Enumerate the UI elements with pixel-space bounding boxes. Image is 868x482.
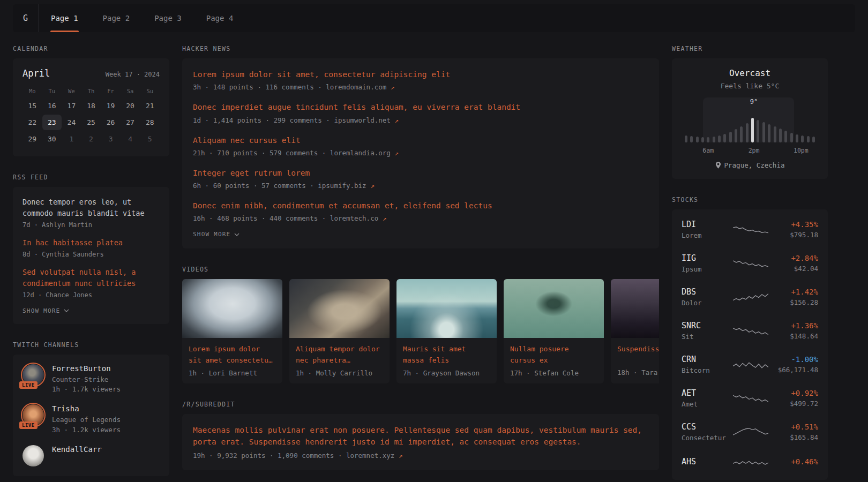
app-logo[interactable]: G	[13, 4, 39, 32]
stock-row[interactable]: AET Amet +0.92% $499.72	[682, 381, 818, 415]
tab-page-1[interactable]: Page 1	[39, 4, 91, 32]
video-card[interactable]: Mauris sit amet massa felis 7h · Grayson…	[396, 279, 497, 383]
stock-name: Sit	[682, 333, 733, 341]
weather-time-label: 10pm	[794, 147, 809, 154]
tab-page-4[interactable]: Page 4	[194, 4, 246, 32]
video-thumbnail	[611, 279, 659, 338]
rss-item: Donec tempor eros leo, ut commodo mauris…	[23, 197, 160, 229]
calendar-date: 18	[81, 98, 101, 114]
weather-bar	[701, 137, 704, 142]
rss-widget: RSS FEED Donec tempor eros leo, ut commo…	[13, 174, 169, 324]
chevron-down-icon	[64, 309, 69, 312]
weather-bar	[779, 129, 782, 142]
external-link-icon[interactable]: ↗	[383, 214, 387, 222]
video-card[interactable]: Nullam posuere cursus ex 17h · Stefan Co…	[504, 279, 604, 383]
external-link-icon[interactable]: ↗	[370, 182, 375, 190]
stock-row[interactable]: SNRC Sit +1.36% $148.64	[682, 314, 818, 348]
twitch-channel-row[interactable]: LIVE ForrestBurton Counter-Strike 1h · 1…	[23, 364, 160, 395]
video-card[interactable]: Suspendisse diam 18h · Tara	[611, 279, 659, 383]
rss-show-more-button[interactable]: SHOW MORE	[23, 307, 160, 314]
channel-game: Counter-Strike	[52, 375, 121, 385]
calendar-grid: Mo Tu We Th Fr Sa Su 15 16 17 18 19 20 2…	[23, 85, 160, 147]
subreddit-post-title[interactable]: Maecenas mollis pulvinar erat non posuer…	[193, 425, 648, 448]
stock-symbol: IIG	[682, 253, 733, 263]
weather-bar	[757, 120, 759, 142]
calendar-date-next-month: 3	[101, 131, 121, 147]
calendar-date: 25	[81, 115, 101, 130]
twitch-channel-row[interactable]: LIVE Trisha League of Legends 3h · 1.2k …	[23, 404, 160, 435]
rss-item-title[interactable]: Sed volutpat nulla nisl, a condimentum n…	[23, 267, 160, 289]
stocks-widget-title: STOCKS	[672, 196, 828, 204]
external-link-icon[interactable]: ↗	[391, 83, 395, 91]
hn-item-meta: 21h · 710 points · 579 comments · loreml…	[193, 149, 648, 157]
hn-item-meta-text: 1d · 1,414 points · 299 comments · ipsum…	[193, 116, 391, 124]
rss-item-title[interactable]: Donec tempor eros leo, ut commodo mauris…	[23, 197, 160, 219]
stock-symbol: CRN	[682, 355, 733, 364]
stock-price: $42.04	[769, 265, 818, 273]
calendar-card: April Week 17 · 2024 Mo Tu We Th Fr Sa S…	[13, 58, 169, 156]
location-pin-icon	[715, 162, 721, 169]
weather-bar	[696, 137, 699, 142]
weather-hourly-chart: 9°	[683, 97, 817, 142]
external-link-icon[interactable]: ↗	[399, 451, 403, 460]
video-meta: 1h · Molly Carrillo	[296, 369, 383, 377]
weather-bar	[723, 134, 726, 142]
hn-item-meta-text: 3h · 148 points · 116 comments · loremdo…	[193, 83, 386, 91]
stock-symbol: AET	[682, 388, 733, 398]
weather-card: Overcast Feels like 5°C 9° 6am 2pm 10pm …	[672, 58, 828, 179]
tab-page-2[interactable]: Page 2	[91, 4, 143, 32]
weather-bar	[685, 135, 687, 142]
weather-bar	[768, 124, 770, 142]
twitch-channel-row[interactable]: KendallCarr	[23, 445, 160, 466]
stock-price: $499.72	[769, 400, 818, 408]
stocks-card: LDI Lorem +4.35% $795.18 IIG Ipsum	[672, 209, 828, 480]
stock-row[interactable]: AHS +0.46%	[682, 449, 818, 477]
hn-item-title[interactable]: Donec imperdiet augue tincidunt felis al…	[193, 102, 648, 112]
stock-row[interactable]: LDI Lorem +4.35% $795.18	[682, 213, 818, 246]
page-content: CALENDAR April Week 17 · 2024 Mo Tu We T…	[13, 45, 828, 482]
channel-avatar	[23, 445, 44, 466]
hn-item-title[interactable]: Donec enim nibh, condimentum et accumsan…	[193, 200, 648, 211]
stock-row[interactable]: IIG Ipsum +2.84% $42.04	[682, 246, 818, 280]
tab-page-3[interactable]: Page 3	[142, 4, 194, 32]
stock-change: +4.35%	[769, 220, 818, 229]
calendar-date: 16	[42, 98, 62, 114]
subreddit-widget: /R/SUBREDDIT Maecenas mollis pulvinar er…	[182, 401, 659, 471]
rss-item-title[interactable]: In hac habitasse platea	[23, 237, 160, 248]
stock-price: $148.64	[769, 332, 818, 340]
rss-item-meta: 12d · Chance Jones	[23, 291, 160, 299]
stock-name: Ipsum	[682, 265, 733, 273]
weather-time-label: 2pm	[749, 147, 760, 154]
hn-item-meta: 6h · 60 points · 57 comments · ipsumify.…	[193, 182, 648, 190]
left-column: CALENDAR April Week 17 · 2024 Mo Tu We T…	[13, 45, 169, 482]
weather-bar	[796, 134, 798, 142]
stock-change: +0.51%	[769, 423, 818, 431]
external-link-icon[interactable]: ↗	[394, 149, 399, 157]
weather-time-label: 6am	[702, 147, 714, 154]
video-meta: 17h · Stefan Cole	[510, 369, 597, 377]
hn-item-title[interactable]: Integer eget rutrum lorem	[193, 168, 648, 178]
weather-bar	[751, 118, 754, 142]
stock-price: $165.84	[769, 433, 818, 441]
videos-widget-title: VIDEOS	[182, 266, 659, 273]
video-title: Mauris sit amet massa felis	[403, 344, 490, 365]
calendar-day-header: Mo	[23, 85, 42, 97]
weather-widget-title: WEATHER	[672, 45, 828, 52]
weather-bar	[774, 126, 776, 142]
video-card[interactable]: Lorem ipsum dolor sit amet consectetu… 1…	[182, 279, 282, 383]
calendar-date: 30	[42, 131, 62, 147]
hackernews-show-more-button[interactable]: SHOW MORE	[193, 231, 648, 238]
weather-time-labels: 6am 2pm 10pm	[683, 147, 817, 154]
stock-row[interactable]: CCS Consectetur +0.51% $165.84	[682, 415, 818, 449]
hn-item-title[interactable]: Lorem ipsum dolor sit amet, consectetur …	[193, 69, 648, 80]
stock-row[interactable]: DBS Dolor +1.42% $156.28	[682, 280, 818, 314]
hn-item-title[interactable]: Aliquam nec cursus elit	[193, 135, 648, 146]
stock-row[interactable]: CRN Bitcorn -1.00% $66,171.48	[682, 348, 818, 381]
rss-card: Donec tempor eros leo, ut commodo mauris…	[13, 187, 169, 324]
stock-change: +0.92%	[769, 389, 818, 397]
video-card[interactable]: Aliquam tempor dolor nec pharetra… 1h · …	[289, 279, 390, 383]
weather-bar	[790, 133, 793, 142]
calendar-date-next-month: 1	[62, 131, 81, 147]
external-link-icon[interactable]: ↗	[394, 116, 399, 124]
twitch-widget: TWITCH CHANNELS LIVE ForrestBurton Count…	[13, 341, 169, 476]
